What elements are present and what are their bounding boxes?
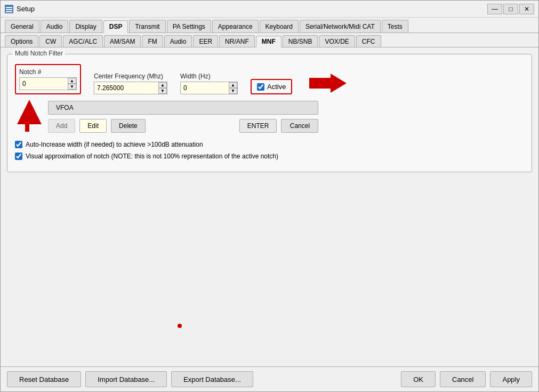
minimize-button[interactable]: — [487, 4, 502, 14]
svg-marker-4 [309, 74, 347, 93]
tab-display[interactable]: Display [69, 20, 102, 33]
import-database-button[interactable]: Import Database... [85, 371, 167, 387]
ok-button[interactable]: OK [401, 371, 436, 387]
tab-pa-settings[interactable]: PA Settings [167, 20, 211, 33]
visual-approx-checkbox[interactable] [15, 153, 22, 160]
group-label: Multi Notch Filter [13, 50, 65, 57]
tab-audio[interactable]: Audio [41, 20, 69, 33]
width-down-button[interactable]: ▼ [229, 88, 237, 94]
notch-input[interactable] [20, 78, 68, 89]
delete-button[interactable]: Delete [111, 119, 146, 133]
tab-serial[interactable]: Serial/Network/Midi CAT [300, 20, 381, 33]
svg-marker-5 [17, 100, 42, 132]
subtab-mnf[interactable]: MNF [256, 36, 281, 47]
subtab-nr-anf[interactable]: NR/ANF [219, 35, 255, 47]
tab-keyboard[interactable]: Keyboard [260, 20, 299, 33]
subtab-audio[interactable]: Audio [164, 35, 192, 47]
auto-increase-checkbox[interactable] [15, 141, 22, 148]
width-up-button[interactable]: ▲ [229, 82, 237, 88]
up-arrow-icon [17, 100, 42, 132]
auto-increase-row: Auto-Increase width (if needed) to achie… [15, 141, 524, 148]
main-tab-row: General Audio Display DSP Transmit PA Se… [1, 18, 538, 33]
notch-spinner: ▲ ▼ [19, 77, 77, 90]
vfoa-row: VFOA Add Edit Delete ENTER Cancel [17, 100, 524, 133]
vfoa-button[interactable]: VFOA [48, 101, 318, 115]
maximize-button[interactable]: □ [503, 4, 518, 14]
svg-rect-2 [6, 9, 12, 10]
right-arrow-annotation [309, 74, 347, 94]
cancel-inner-button[interactable]: Cancel [281, 119, 318, 133]
tab-transmit[interactable]: Transmit [129, 20, 165, 33]
subtab-cfc[interactable]: CFC [356, 35, 381, 47]
export-database-button[interactable]: Export Database... [171, 371, 253, 387]
tab-general[interactable]: General [5, 20, 39, 33]
enter-button[interactable]: ENTER [239, 119, 277, 133]
width-label: Width (Hz) [180, 73, 238, 80]
active-checkbox[interactable] [257, 83, 264, 91]
width-group: Width (Hz) ▲ ▼ [180, 73, 238, 94]
bottom-bar: Reset Database Import Database... Export… [1, 366, 538, 391]
active-highlight-box: Active [251, 79, 292, 94]
center-freq-down-button[interactable]: ▼ [158, 88, 167, 94]
red-dot-indicator [178, 324, 182, 328]
content-area: Multi Notch Filter Notch # ▲ ▼ [1, 47, 538, 366]
notch-up-button[interactable]: ▲ [68, 78, 76, 84]
up-arrow-annotation [17, 100, 42, 133]
subtab-agc-alc[interactable]: AGC/ALC [63, 35, 103, 47]
edit-button[interactable]: Edit [79, 119, 107, 133]
auto-increase-label: Auto-Increase width (if needed) to achie… [26, 141, 203, 148]
subtab-nb-snb[interactable]: NB/SNB [283, 35, 318, 47]
tab-dsp[interactable]: DSP [103, 20, 128, 33]
subtab-cw[interactable]: CW [39, 35, 62, 47]
title-bar: Setup — □ ✕ [1, 1, 538, 18]
subtab-am-sam[interactable]: AM/SAM [104, 35, 141, 47]
window-icon [5, 5, 13, 13]
apply-button[interactable]: Apply [490, 371, 532, 387]
active-label: Active [267, 83, 286, 91]
filter-row: Notch # ▲ ▼ Center Frequency (Mhz) [15, 64, 524, 94]
window-controls: — □ ✕ [487, 4, 534, 14]
setup-window: Setup — □ ✕ General Audio Display DSP Tr… [0, 0, 539, 392]
center-freq-spinner-buttons: ▲ ▼ [158, 82, 167, 94]
tab-appearance[interactable]: Appearance [212, 20, 259, 33]
width-input[interactable] [181, 83, 229, 93]
notch-down-button[interactable]: ▼ [68, 84, 76, 90]
center-freq-label: Center Frequency (Mhz) [94, 73, 167, 80]
sub-tab-row: Options CW AGC/ALC AM/SAM FM Audio EER N… [1, 33, 538, 47]
width-spinner: ▲ ▼ [180, 82, 238, 94]
multi-notch-filter-group: Multi Notch Filter Notch # ▲ ▼ [7, 54, 532, 172]
subtab-eer[interactable]: EER [193, 35, 218, 47]
subtab-fm[interactable]: FM [142, 35, 163, 47]
window-title: Setup [17, 5, 487, 13]
subtab-vox-de[interactable]: VOX/DE [319, 35, 355, 47]
width-spinner-buttons: ▲ ▼ [229, 82, 237, 94]
visual-approx-row: Visual approximation of notch (NOTE: thi… [15, 153, 524, 160]
notch-highlight-box: Notch # ▲ ▼ [15, 64, 81, 94]
notch-label: Notch # [19, 68, 77, 76]
visual-approx-label: Visual approximation of notch (NOTE: thi… [26, 153, 278, 160]
svg-rect-1 [6, 7, 12, 8]
subtab-options[interactable]: Options [5, 35, 38, 47]
tab-tests[interactable]: Tests [382, 20, 408, 33]
center-freq-spinner: ▲ ▼ [94, 82, 167, 94]
right-arrow-icon [309, 74, 347, 93]
close-button[interactable]: ✕ [519, 4, 534, 14]
center-freq-input[interactable] [94, 83, 158, 93]
add-button[interactable]: Add [48, 119, 75, 133]
center-freq-up-button[interactable]: ▲ [158, 82, 167, 88]
center-freq-group: Center Frequency (Mhz) ▲ ▼ [94, 73, 167, 94]
notch-spinner-buttons: ▲ ▼ [68, 78, 76, 90]
svg-rect-3 [6, 11, 12, 12]
cancel-button[interactable]: Cancel [440, 371, 486, 387]
reset-database-button[interactable]: Reset Database [7, 371, 81, 387]
